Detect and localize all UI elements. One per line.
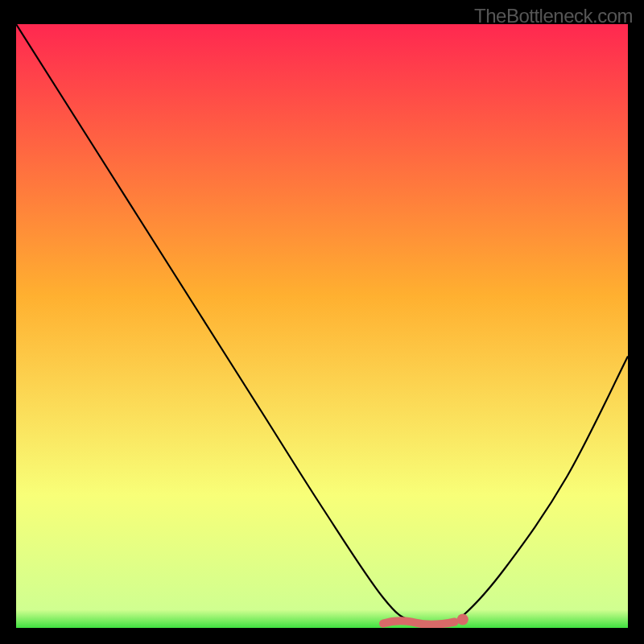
chart-svg bbox=[16, 24, 628, 628]
watermark-text: TheBottleneck.com bbox=[474, 5, 633, 27]
optimal-zone-highlight bbox=[383, 621, 455, 625]
gradient-background bbox=[16, 24, 628, 628]
plot-area bbox=[16, 24, 628, 628]
optimal-zone-endpoint bbox=[457, 614, 469, 625]
chart-container: TheBottleneck.com bbox=[0, 0, 644, 644]
